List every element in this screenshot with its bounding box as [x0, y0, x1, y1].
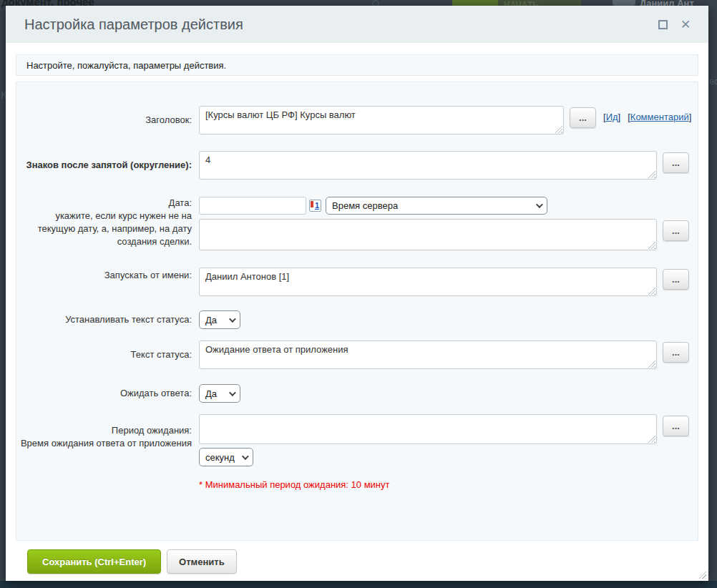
field-row-run-as: Запускать от имени: Даниил Антонов [1] .… [16, 268, 698, 296]
set-status-value: Да [205, 315, 217, 325]
bracket: ] [689, 112, 692, 122]
calendar-icon[interactable]: 1 [309, 200, 321, 212]
wait-answer-select[interactable]: Да [199, 384, 240, 403]
wait-period-dots-button[interactable]: ... [663, 416, 689, 436]
close-icon: ✕ [681, 19, 691, 31]
wait-answer-value: Да [205, 388, 217, 399]
calendar-digit: 1 [315, 200, 319, 211]
min-period-note: * Минимальный период ожидания: 10 минут [199, 478, 390, 490]
maximize-button[interactable] [653, 14, 673, 34]
field-row-status-text: Текст статуса: Ожидание ответа от прилож… [16, 340, 698, 369]
status-text-label: Текст статуса: [16, 348, 199, 361]
server-time-select[interactable]: Время сервера [326, 197, 547, 215]
title-dots-button[interactable]: ... [570, 107, 596, 128]
wait-period-label-line2: Время ожидания ответа от приложения [21, 438, 192, 449]
decimals-dots-button[interactable]: ... [663, 152, 689, 173]
title-links: [Ид] [Комментарий] [603, 112, 691, 122]
field-row-title: Заголовок: [Курсы валют ЦБ РФ] Курсы вал… [16, 106, 698, 134]
field-row-decimals: Знаков после запятой (округление): 4 ... [16, 151, 698, 180]
backdrop-bottom-strip [0, 581, 717, 588]
wait-period-label-line1: Период ожидания: [112, 425, 192, 436]
date-dots-button[interactable]: ... [663, 220, 689, 241]
status-text-dots-button[interactable]: ... [663, 342, 689, 363]
field-row-wait-answer: Ожидать ответа: Да [16, 384, 698, 403]
notice-text: Настройте, пожалуйста, параметры действи… [26, 60, 226, 71]
date-label-line: Дата: [169, 197, 192, 208]
chevron-down-icon [536, 201, 543, 208]
backdrop-right-text: ес [709, 76, 717, 87]
run-as-textarea[interactable]: Даниил Антонов [1] [199, 268, 657, 296]
action-settings-dialog: Настройка параметров действия ✕ Настройт… [6, 6, 708, 581]
backdrop-logo-block [452, 0, 498, 6]
maximize-icon [658, 20, 668, 29]
notice-bar: Настройте, пожалуйста, параметры действи… [16, 54, 698, 76]
wait-period-unit-value: секунд [205, 452, 235, 463]
set-status-select[interactable]: Да [199, 310, 240, 329]
calendar-flag [311, 201, 313, 207]
backdrop-start-button: НАЧАТЬ [498, 0, 581, 6]
date-extra-textarea[interactable] [199, 219, 657, 250]
field-row-set-status: Устанавливать текст статуса: Да [16, 310, 698, 329]
dialog-footer: Сохранить (Ctrl+Enter) Отменить [16, 541, 698, 574]
dialog-title: Настройка параметров действия [24, 16, 650, 33]
save-button[interactable]: Сохранить (Ctrl+Enter) [27, 549, 161, 574]
dialog-body: Настройте, пожалуйста, параметры действи… [6, 43, 708, 574]
title-textarea[interactable]: [Курсы валют ЦБ РФ] Курсы валют [199, 106, 564, 134]
field-row-wait-period: Период ожидания: Время ожидания ответа о… [16, 414, 698, 466]
id-link[interactable]: Ид [606, 112, 618, 122]
run-as-label: Запускать от имени: [16, 268, 199, 282]
date-hint: укажите, если курс нужен не на текущую д… [38, 210, 192, 247]
chevron-down-icon [229, 389, 236, 396]
decimals-textarea[interactable]: 4 [199, 151, 657, 180]
chevron-down-icon [242, 453, 249, 460]
field-row-date: Дата: укажите, если курс нужен не на тек… [16, 197, 698, 250]
wait-answer-label: Ожидать ответа: [16, 387, 199, 400]
bracket: ] [618, 112, 621, 122]
run-as-dots-button[interactable]: ... [663, 269, 689, 290]
set-status-label: Устанавливать текст статуса: [16, 313, 199, 326]
wait-period-label: Период ожидания: Время ожидания ответа о… [16, 414, 199, 450]
cancel-button[interactable]: Отменить [167, 549, 237, 574]
date-label: Дата: укажите, если курс нужен не на тек… [16, 197, 199, 248]
chevron-down-icon [229, 315, 236, 323]
server-time-value: Время сервера [332, 200, 398, 211]
comment-link[interactable]: Комментарий [630, 112, 689, 122]
wait-period-textarea[interactable] [199, 414, 657, 444]
field-row-note: * Минимальный период ожидания: 10 минут [16, 478, 698, 490]
status-text-textarea[interactable]: Ожидание ответа от приложения [199, 340, 657, 369]
dialog-header: Настройка параметров действия ✕ [6, 6, 708, 43]
date-input[interactable] [199, 197, 306, 215]
title-label: Заголовок: [16, 114, 199, 127]
close-button[interactable]: ✕ [675, 14, 696, 34]
avatar [613, 0, 635, 6]
wait-period-unit-select[interactable]: секунд [199, 448, 253, 466]
decimals-label: Знаков после запятой (округление): [16, 159, 199, 172]
form-panel: Заголовок: [Курсы валют ЦБ РФ] Курсы вал… [16, 82, 698, 541]
